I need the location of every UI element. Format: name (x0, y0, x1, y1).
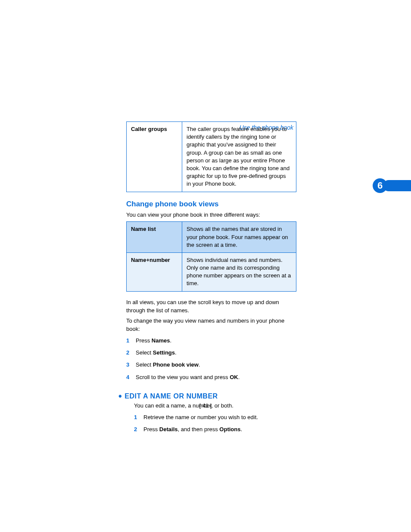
table-cell-label: Name+number (127, 252, 182, 291)
list-item: Press Details, and then press Options. (134, 426, 296, 433)
step-bold: Settings (153, 349, 175, 356)
edit-title-text: EDIT A NAME OR NUMBER (125, 392, 218, 400)
table-row: Name list Shows all the names that are s… (127, 222, 296, 253)
document-page: Use the phone book 6 Caller groups The c… (0, 0, 411, 532)
paragraph-all-views: In all views, you can use the scroll key… (126, 299, 296, 315)
list-item: Press Names. (126, 337, 296, 345)
table-cell-text: Shows all the names that are stored in y… (182, 222, 296, 253)
step-bold: Names (152, 337, 170, 344)
step-text: Scroll to the view you want and press (136, 374, 230, 380)
step-text: . (175, 349, 177, 356)
table-cell-label: Caller groups (127, 122, 182, 192)
table-cell-text: Shows individual names and numbers. Only… (182, 252, 296, 291)
page-number: [ 41 ] (0, 402, 411, 409)
step-text: Press (136, 337, 152, 344)
step-text: . (199, 361, 200, 368)
list-item: Select Phone book view. (126, 361, 296, 369)
paragraph-to-change: To change the way you view names and num… (126, 317, 296, 333)
step-bold: Phone book view (153, 361, 199, 368)
table-row: Name+number Shows individual names and n… (127, 252, 296, 291)
step-text: Press (143, 426, 159, 432)
table-cell-text: The caller groups feature enables you to… (182, 122, 296, 192)
name-number-label: Name+number (131, 257, 170, 263)
chapter-number-badge: 6 (373, 178, 387, 193)
step-text: . (238, 374, 240, 380)
edit-steps: Retrieve the name or number you wish to … (134, 414, 296, 433)
caller-groups-label: Caller groups (131, 126, 167, 132)
section-title-change-views: Change phone book views (126, 200, 296, 208)
list-item: Select Settings. (126, 349, 296, 357)
section-intro-change-views: You can view your phone book in three di… (126, 211, 296, 219)
step-text: . (170, 337, 171, 344)
section-title-edit: •EDIT A NAME OR NUMBER (118, 392, 296, 400)
change-view-steps: Press Names. Select Settings. Select Pho… (126, 337, 296, 381)
name-list-label: Name list (131, 226, 156, 232)
step-text: Select (136, 349, 153, 356)
table-cell-label: Name list (127, 222, 182, 253)
list-item: Scroll to the view you want and press OK… (126, 373, 296, 381)
caller-groups-table: Caller groups The caller groups feature … (126, 121, 296, 192)
step-text: Select (136, 361, 153, 368)
step-text: Retrieve the name or number you wish to … (143, 414, 258, 420)
step-text: , and then press (177, 426, 219, 432)
table-row: Caller groups The caller groups feature … (127, 122, 296, 192)
list-item: Retrieve the name or number you wish to … (134, 414, 296, 421)
step-bold: Details (159, 426, 178, 432)
step-bold: Options (219, 426, 240, 432)
bullet-icon: • (118, 391, 122, 401)
page-content: Caller groups The caller groups feature … (126, 121, 296, 438)
step-bold: OK (230, 374, 238, 380)
phonebook-views-table: Name list Shows all the names that are s… (126, 221, 296, 291)
step-text: . (240, 426, 242, 432)
